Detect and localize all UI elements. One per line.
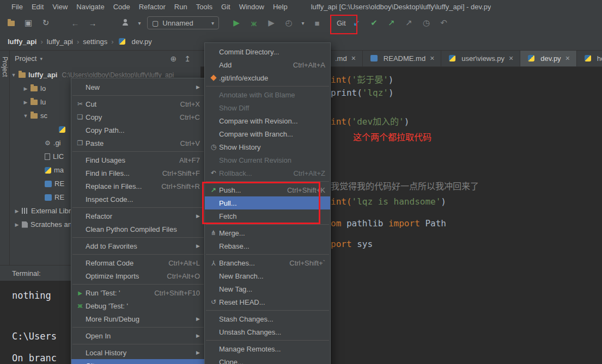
menu-item-commit-directory[interactable]: Commit Directory... xyxy=(205,45,330,58)
rollback-button[interactable]: ↶ xyxy=(437,18,451,28)
menu-item-inspect-code[interactable]: Inspect Code... xyxy=(71,193,205,206)
close-icon[interactable]: × xyxy=(430,54,434,63)
user-icon[interactable] xyxy=(119,18,132,28)
breadcrumb-item-root[interactable]: luffy_api xyxy=(8,38,37,46)
forward-icon[interactable]: → xyxy=(86,18,99,28)
stop-button[interactable]: ■ xyxy=(311,18,324,28)
chevron-down-icon[interactable]: ▼ xyxy=(22,113,29,119)
menu-run[interactable]: Run xyxy=(171,3,191,11)
menu-item-manage-remotes[interactable]: Manage Remotes... xyxy=(205,342,330,355)
debug-button[interactable]: ж xyxy=(247,18,260,28)
chevron-right-icon[interactable]: ▶ xyxy=(13,222,21,227)
tab-dev-py[interactable]: dev.py× xyxy=(520,50,577,66)
menu-file[interactable]: File xyxy=(8,3,27,11)
menu-shortcut: Ctrl+Alt+Z xyxy=(284,169,325,177)
collapse-all-icon[interactable]: ↥ xyxy=(184,54,191,63)
menu-item-run-test[interactable]: ▶Run 'Test: 'Ctrl+Shift+F10 xyxy=(71,286,205,299)
menu-item-show-history[interactable]: ◷Show History xyxy=(205,140,330,153)
menu-item-add-to-favorites[interactable]: Add to Favorites▶ xyxy=(71,239,205,252)
commit-button[interactable]: ✔ xyxy=(368,18,381,28)
breadcrumb-item-package[interactable]: luffy_api xyxy=(47,38,73,46)
terminal-label[interactable]: Terminal: xyxy=(12,269,41,277)
menu-item-show-current-revision[interactable]: Show Current Revision xyxy=(205,153,330,166)
breadcrumb-item-settings[interactable]: settings xyxy=(83,38,107,46)
menu-item-cut[interactable]: ✂CutCtrl+X xyxy=(71,97,205,110)
menu-item-new[interactable]: New▶ xyxy=(71,81,205,94)
tab-md[interactable]: .md× xyxy=(329,50,363,66)
menu-item-optimize-imports[interactable]: Optimize ImportsCtrl+Alt+O xyxy=(71,269,205,282)
menu-item-more-run-debug[interactable]: More Run/Debug▶ xyxy=(71,312,205,325)
close-icon[interactable]: × xyxy=(565,54,570,63)
menu-item-show-diff[interactable]: Show Diff xyxy=(205,101,330,114)
chevron-right-icon[interactable]: ▶ xyxy=(22,86,29,91)
menu-item-git-info-exclude[interactable]: .git/info/exclude xyxy=(205,71,330,84)
menu-item-refactor[interactable]: Refactor▶ xyxy=(71,209,205,223)
menu-item-replace-in-files[interactable]: Replace in Files...Ctrl+Shift+R xyxy=(71,180,205,193)
menu-item-branches[interactable]: YBranches...Ctrl+Shift+` xyxy=(205,256,330,269)
menu-item-copy-path[interactable]: Copy Path... xyxy=(71,124,205,137)
menu-git[interactable]: Git xyxy=(217,3,234,11)
tab-readme-md[interactable]: README.md× xyxy=(363,50,441,66)
menu-item-new-tag[interactable]: New Tag... xyxy=(205,282,330,295)
chevron-right-icon[interactable]: ▶ xyxy=(22,100,29,105)
profiler-button[interactable]: ◴ xyxy=(282,18,295,28)
menu-window[interactable]: Window xyxy=(235,3,268,11)
open-icon[interactable] xyxy=(4,18,17,28)
menu-item-open-in[interactable]: Open In▶ xyxy=(71,329,205,342)
history-button[interactable]: ◷ xyxy=(420,18,433,28)
run-config-select[interactable]: ▢ Unnamed ▾ xyxy=(147,16,219,29)
menu-item-reset-head[interactable]: ↺Reset HEAD... xyxy=(205,295,330,309)
project-panel-title[interactable]: Project xyxy=(15,54,37,63)
menu-navigate[interactable]: Navigate xyxy=(72,3,108,11)
menu-item-pull[interactable]: Pull... xyxy=(205,196,330,209)
breadcrumb-item-file[interactable]: dev.py xyxy=(132,38,152,46)
menu-item-add[interactable]: AddCtrl+Alt+A xyxy=(205,58,330,71)
menu-item-push[interactable]: ↗Push...Ctrl+Shift+K xyxy=(205,183,330,196)
sync-icon[interactable]: ↻ xyxy=(39,18,52,28)
menu-item-compare-with-revision[interactable]: Compare with Revision... xyxy=(205,114,330,127)
menu-refactor[interactable]: Refactor xyxy=(135,3,169,11)
update-project-button[interactable]: ↙ xyxy=(350,18,363,28)
menu-help[interactable]: Help xyxy=(269,3,291,11)
menu-item-copy[interactable]: ❏CopyCtrl+C xyxy=(71,110,205,124)
menu-item-reformat-code[interactable]: Reformat CodeCtrl+Alt+L xyxy=(71,256,205,269)
locate-icon[interactable]: ⊕ xyxy=(171,54,177,63)
menu-view[interactable]: View xyxy=(48,3,71,11)
menu-edit[interactable]: Edit xyxy=(28,3,47,11)
menu-item-rollback[interactable]: ↶Rollback...Ctrl+Alt+Z xyxy=(205,166,330,180)
menu-item-git[interactable]: Git▶ xyxy=(71,359,205,364)
menu-item-debug-test[interactable]: жDebug 'Test: ' xyxy=(71,299,205,312)
back-icon[interactable]: ← xyxy=(69,18,82,28)
menu-item-annotate-with-git-blame[interactable]: Annotate with Git Blame xyxy=(205,88,330,101)
chevron-right-icon[interactable]: ▶ xyxy=(13,208,21,214)
menu-item-local-history[interactable]: Local History▶ xyxy=(71,346,205,359)
menu-tools[interactable]: Tools xyxy=(192,3,216,11)
menu-item-find-usages[interactable]: Find UsagesAlt+F7 xyxy=(71,153,205,166)
run-options-caret-icon[interactable]: ▾ xyxy=(300,20,306,26)
menu-item-paste[interactable]: ❐PasteCtrl+V xyxy=(71,137,205,150)
tab-user-views-py[interactable]: user\views.py× xyxy=(441,50,520,66)
menu-item-find-in-files[interactable]: Find in Files...Ctrl+Shift+F xyxy=(71,166,205,180)
save-icon[interactable]: ▣ xyxy=(22,18,35,28)
coverage-button[interactable]: ▶ xyxy=(265,18,278,28)
vcs-arrow-icon[interactable]: ↗ xyxy=(403,18,416,28)
menu-shortcut: Ctrl+X xyxy=(172,100,200,108)
tab-hom[interactable]: hom xyxy=(577,50,602,66)
chevron-down-icon[interactable]: ▼ xyxy=(10,72,17,78)
menu-item-clone[interactable]: Clone... xyxy=(205,355,330,364)
chevron-down-icon[interactable]: ▾ xyxy=(40,56,42,61)
user-caret-icon[interactable]: ▾ xyxy=(136,20,143,26)
menu-item-clean-python-compiled-files[interactable]: Clean Python Compiled Files xyxy=(71,223,205,236)
push-button[interactable]: ↗ xyxy=(385,18,398,28)
run-button[interactable]: ▶ xyxy=(230,18,243,28)
close-icon[interactable]: × xyxy=(509,54,513,63)
menu-code[interactable]: Code xyxy=(110,3,134,11)
close-icon[interactable]: × xyxy=(351,54,356,63)
menu-item-stash-changes[interactable]: Stash Changes... xyxy=(205,312,330,325)
menu-item-unstash-changes[interactable]: Unstash Changes... xyxy=(205,325,330,338)
menu-item-merge[interactable]: ⋔Merge... xyxy=(205,226,330,239)
menu-item-rebase[interactable]: Rebase... xyxy=(205,239,330,252)
menu-item-new-branch[interactable]: New Branch... xyxy=(205,269,330,282)
menu-item-compare-with-branch[interactable]: Compare with Branch... xyxy=(205,127,330,140)
menu-item-fetch[interactable]: Fetch xyxy=(205,209,330,223)
